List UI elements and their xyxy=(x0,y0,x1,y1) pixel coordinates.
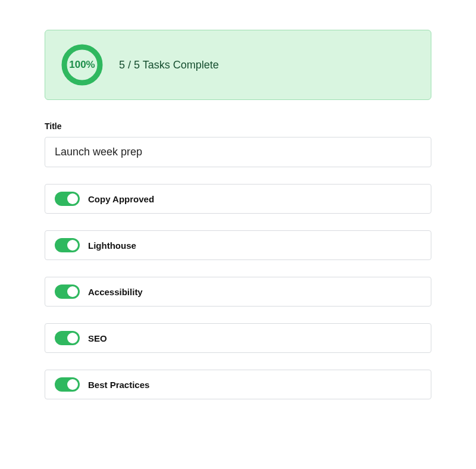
task-toggle[interactable] xyxy=(55,192,80,206)
task-list: Copy Approved Lighthouse Accessibility S… xyxy=(45,184,431,399)
task-label: Copy Approved xyxy=(88,194,154,204)
task-row: Copy Approved xyxy=(45,184,431,214)
progress-ring-icon: 100% xyxy=(61,43,104,86)
task-label: Lighthouse xyxy=(88,240,136,251)
task-toggle[interactable] xyxy=(55,284,80,299)
progress-status-text: 5 / 5 Tasks Complete xyxy=(119,59,219,71)
task-label: Best Practices xyxy=(88,380,149,390)
task-label: Accessibility xyxy=(88,287,143,297)
task-toggle[interactable] xyxy=(55,377,80,392)
task-toggle[interactable] xyxy=(55,238,80,252)
progress-percent-text: 100% xyxy=(61,43,104,86)
title-field-label: Title xyxy=(45,121,431,131)
progress-summary-card: 100% 5 / 5 Tasks Complete xyxy=(45,30,431,100)
task-toggle[interactable] xyxy=(55,331,80,345)
task-row: SEO xyxy=(45,323,431,353)
task-label: SEO xyxy=(88,333,107,343)
task-row: Best Practices xyxy=(45,370,431,399)
title-input[interactable] xyxy=(45,137,431,167)
task-row: Lighthouse xyxy=(45,230,431,260)
task-row: Accessibility xyxy=(45,277,431,307)
